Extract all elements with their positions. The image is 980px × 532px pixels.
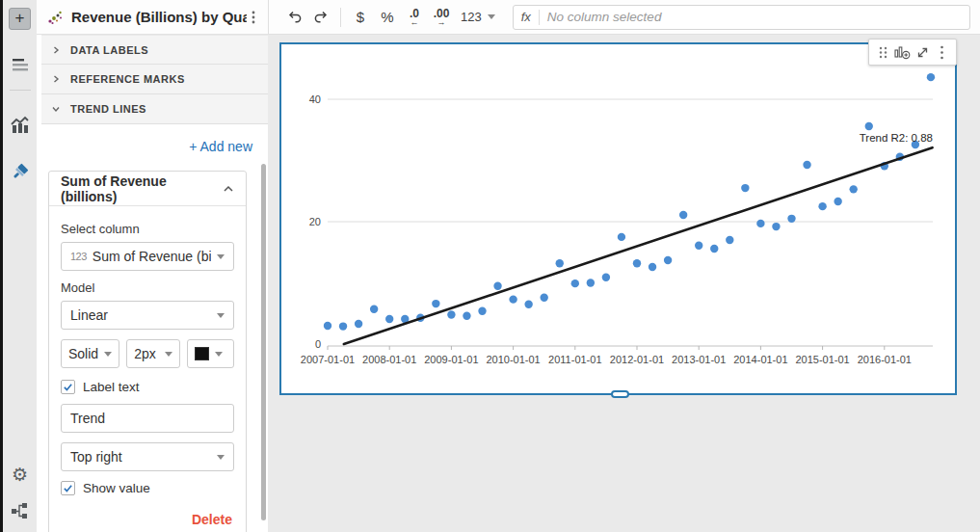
trend-card-header[interactable]: Sum of Revenue (billions) xyxy=(49,172,246,206)
panel-scrollbar[interactable] xyxy=(261,164,266,520)
caret-down-icon xyxy=(488,14,495,19)
app-window: + xyxy=(0,0,980,532)
section-label: REFERENCE MARKS xyxy=(70,73,185,85)
svg-text:2013-01-01: 2013-01-01 xyxy=(672,354,726,365)
svg-text:2012-01-01: 2012-01-01 xyxy=(610,354,664,365)
label-position-value: Top right xyxy=(70,449,211,465)
stroke-width-select[interactable]: 2px xyxy=(126,339,180,368)
formula-placeholder: No column selected xyxy=(547,10,662,24)
section-reference-marks[interactable]: REFERENCE MARKS xyxy=(41,65,268,94)
expand-icon[interactable] xyxy=(914,41,931,63)
model-select-value: Linear xyxy=(70,307,211,323)
svg-text:2016-01-01: 2016-01-01 xyxy=(858,354,912,365)
delete-trend-link[interactable]: Delete xyxy=(192,512,232,527)
svg-text:0: 0 xyxy=(315,338,321,350)
svg-text:Trend R2: 0.88: Trend R2: 0.88 xyxy=(860,132,933,144)
svg-text:20: 20 xyxy=(309,216,321,227)
caret-down-icon xyxy=(217,455,225,460)
caret-down-icon xyxy=(215,352,223,357)
svg-text:40: 40 xyxy=(309,93,321,105)
trend-label-input[interactable] xyxy=(61,404,234,433)
config-panel: Revenue (Billions) by Quar... DATA LABEL… xyxy=(37,0,268,532)
currency-format-icon[interactable]: $ xyxy=(349,5,372,30)
dashboard-canvas[interactable]: 020402007-01-012008-01-012009-01-012010-… xyxy=(268,35,980,532)
settings-gear-icon[interactable]: ⚙ xyxy=(9,463,32,486)
caret-down-icon xyxy=(165,352,172,357)
widget-more-menu-icon[interactable] xyxy=(934,41,951,63)
check-icon xyxy=(63,382,73,392)
revenue-chart-svg[interactable]: 020402007-01-012008-01-012009-01-012010-… xyxy=(281,44,955,393)
trend-card-title: Sum of Revenue (billions) xyxy=(61,173,223,204)
label-text-checkbox-row[interactable]: Label text xyxy=(61,380,234,394)
svg-text:2014-01-01: 2014-01-01 xyxy=(733,354,787,365)
color-swatch xyxy=(195,347,209,360)
numeric-type-icon: 123 xyxy=(70,251,87,262)
number-format-dropdown[interactable]: 123 xyxy=(461,10,495,24)
menu-layers-icon[interactable] xyxy=(9,53,32,76)
main-area: $ % .0 ← .00 → 123 fx No co xyxy=(268,0,980,532)
chart-widget[interactable]: 020402007-01-012008-01-012009-01-012010-… xyxy=(279,42,957,395)
stroke-color-select[interactable] xyxy=(187,339,234,368)
show-value-checkbox-label: Show value xyxy=(83,481,150,495)
svg-text:2008-01-01: 2008-01-01 xyxy=(362,354,416,365)
svg-text:2009-01-01: 2009-01-01 xyxy=(424,354,478,365)
column-select[interactable]: 123 Sum of Revenue (billio xyxy=(61,242,234,271)
rail-divider xyxy=(10,90,31,91)
show-value-checkbox[interactable] xyxy=(61,481,75,495)
left-rail: + xyxy=(0,0,37,532)
caret-down-icon xyxy=(217,313,225,318)
add-widget-button[interactable]: + xyxy=(9,8,31,30)
add-new-trend-link[interactable]: + Add new xyxy=(189,139,252,154)
chevron-right-icon xyxy=(51,74,61,84)
panel-scroll-area: DATA LABELS REFERENCE MARKS TREND LINES … xyxy=(37,35,268,532)
chevron-up-icon xyxy=(223,184,234,194)
label-position-select[interactable]: Top right xyxy=(61,442,234,471)
stroke-style-value: Solid xyxy=(68,346,98,361)
label-text-checkbox-label: Label text xyxy=(83,380,140,394)
fx-icon: fx xyxy=(521,10,531,24)
panel-header: Revenue (Billions) by Quar... xyxy=(37,0,268,35)
svg-text:2011-01-01: 2011-01-01 xyxy=(548,354,601,365)
drag-handle-icon[interactable] xyxy=(874,41,891,63)
show-value-checkbox-row[interactable]: Show value xyxy=(61,481,234,495)
column-select-value: Sum of Revenue (billio xyxy=(93,249,211,264)
caret-down-icon xyxy=(217,254,225,259)
add-chart-icon[interactable] xyxy=(894,41,912,63)
svg-text:2007-01-01: 2007-01-01 xyxy=(301,354,355,365)
model-label: Model xyxy=(61,280,234,295)
title-more-menu-icon[interactable] xyxy=(247,10,260,25)
section-label: TREND LINES xyxy=(70,103,146,115)
chevron-right-icon xyxy=(51,45,61,55)
style-paintbrush-icon[interactable] xyxy=(9,160,32,183)
pipeline-graph-icon[interactable] xyxy=(9,499,32,522)
chevron-down-icon xyxy=(51,104,61,114)
model-select[interactable]: Linear xyxy=(61,301,234,330)
formula-bar[interactable]: fx No column selected xyxy=(513,5,970,30)
percent-format-icon[interactable]: % xyxy=(376,5,399,30)
trend-line-card: Sum of Revenue (billions) Select column … xyxy=(48,171,247,532)
svg-text:2015-01-01: 2015-01-01 xyxy=(795,354,849,365)
svg-text:2010-01-01: 2010-01-01 xyxy=(486,354,540,365)
scatter-chart-icon xyxy=(46,9,64,26)
widget-title: Revenue (Billions) by Quar... xyxy=(71,9,247,25)
undo-icon[interactable] xyxy=(282,5,305,30)
stroke-width-value: 2px xyxy=(134,346,159,361)
stroke-style-select[interactable]: Solid xyxy=(61,339,119,368)
formula-divider xyxy=(539,10,540,25)
decrease-decimal-icon[interactable]: .0 ← xyxy=(403,5,426,30)
section-label: DATA LABELS xyxy=(70,44,148,56)
format-toolbar: $ % .0 ← .00 → 123 fx No co xyxy=(268,0,980,35)
widget-hover-toolbar xyxy=(868,39,957,66)
select-column-label: Select column xyxy=(61,222,234,236)
widget-resize-handle[interactable] xyxy=(611,390,629,398)
section-trend-lines[interactable]: TREND LINES xyxy=(41,94,268,124)
caret-down-icon xyxy=(104,352,112,357)
label-text-checkbox[interactable] xyxy=(61,380,75,394)
chart-config-icon[interactable] xyxy=(9,114,32,137)
toolbar-divider xyxy=(340,8,341,27)
increase-decimal-icon[interactable]: .00 → xyxy=(430,5,453,30)
section-data-labels[interactable]: DATA LABELS xyxy=(41,35,268,65)
check-icon xyxy=(63,483,73,493)
redo-icon[interactable] xyxy=(309,5,332,30)
